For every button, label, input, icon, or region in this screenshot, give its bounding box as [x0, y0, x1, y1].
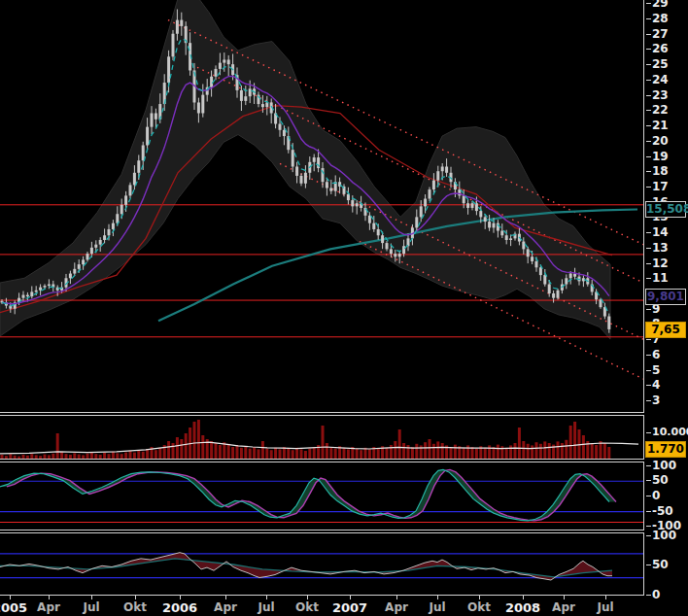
candle-body: [347, 194, 350, 200]
volume-bar: [505, 448, 508, 459]
candle-body: [351, 200, 354, 206]
volume-bar: [14, 456, 17, 459]
time-label-month: Apr: [37, 600, 60, 614]
price-tick: [646, 171, 651, 172]
volume-canvas: [0, 416, 643, 459]
candle-body: [329, 188, 332, 191]
price-tick: [646, 309, 651, 310]
price-label: 5: [652, 363, 660, 377]
volume-bar: [155, 450, 157, 459]
candle-body: [22, 295, 25, 298]
candle-body: [548, 285, 551, 293]
oscillator-label: 100: [652, 459, 676, 472]
price-label: 26: [652, 42, 669, 55]
candle-body: [215, 69, 218, 77]
volume-bar: [386, 448, 389, 459]
candle-body: [249, 88, 252, 96]
volume-bar: [52, 454, 54, 459]
price-tick: [646, 339, 651, 340]
candle-body: [172, 34, 175, 57]
volume-bar: [219, 445, 222, 459]
volume-bar: [295, 448, 298, 459]
volume-bar: [240, 448, 243, 459]
price-tick: [646, 232, 651, 233]
volume-bar: [249, 449, 252, 459]
price-tick: [646, 34, 651, 35]
time-tick: [266, 596, 267, 599]
price-tick: [646, 278, 651, 279]
volume-bar: [329, 447, 332, 459]
rsi-line: [0, 553, 612, 580]
candle-body: [44, 286, 47, 288]
price-label: 3: [652, 394, 660, 407]
candle-body: [569, 274, 572, 279]
volume-bar: [124, 453, 127, 459]
price-tick: [646, 64, 651, 65]
candle-body: [133, 173, 136, 186]
time-label-year: 2006: [162, 600, 197, 615]
rsi-panel[interactable]: [0, 532, 644, 596]
volume-bar: [322, 426, 325, 459]
volume-bar: [5, 456, 8, 459]
volume-bar: [356, 449, 359, 459]
candle-body: [607, 317, 610, 329]
time-label-month: Apr: [552, 600, 575, 614]
oscillator-panel[interactable]: [0, 462, 644, 530]
price-label: 21: [652, 119, 669, 132]
volume-bar: [30, 454, 33, 459]
volume-bar: [334, 449, 337, 459]
volume-bar: [69, 455, 72, 459]
volume-scale-tick: [646, 432, 651, 433]
candle-body: [197, 102, 200, 113]
oscillator-canvas: [0, 462, 643, 530]
volume-bar: [227, 444, 230, 459]
candle-body: [73, 269, 76, 274]
time-tick: [307, 596, 308, 599]
volume-current-tag: 1.770: [645, 441, 686, 458]
oscillator-label: 0: [652, 489, 660, 502]
price-label: 23: [652, 88, 669, 102]
volume-bar: [112, 452, 115, 459]
volume-bar: [607, 447, 610, 459]
time-axis[interactable]: 2005AprJulOkt2006AprJulOkt2007AprJulOkt2…: [0, 596, 644, 616]
price-label: 25: [652, 57, 669, 71]
volume-bar: [304, 451, 307, 459]
volume-bar: [535, 442, 538, 459]
oscillator-tick: [646, 526, 651, 527]
volume-bar: [90, 453, 93, 459]
volume-bar: [103, 453, 106, 459]
volume-bar: [78, 455, 81, 459]
volume-bar: [343, 448, 346, 459]
price-tick: [646, 125, 651, 126]
candle-body: [244, 96, 247, 101]
volume-bar: [475, 449, 478, 459]
volume-bar: [497, 445, 499, 459]
price-axis[interactable]: 2928272625242322212019181716151413121110…: [644, 0, 688, 616]
volume-bar: [436, 441, 439, 459]
candle-body: [484, 217, 487, 222]
volume-bar: [347, 449, 350, 459]
candle-body: [527, 249, 530, 257]
volume-bar: [488, 445, 491, 459]
candle-body: [30, 291, 33, 296]
time-label-month: Apr: [385, 600, 408, 614]
price-chart-panel[interactable]: [0, 0, 644, 413]
time-tick: [350, 596, 351, 599]
price-tick: [646, 141, 651, 142]
volume-bar: [432, 444, 435, 459]
candle-body: [86, 254, 89, 259]
volume-bar: [210, 441, 213, 459]
price-label: 19: [652, 150, 669, 163]
oscillator-tick: [646, 496, 651, 496]
candle-body: [377, 229, 380, 235]
candle-body: [129, 185, 132, 195]
rsi-tick: [646, 565, 651, 565]
price-tick: [646, 370, 651, 371]
volume-bar: [86, 454, 89, 459]
price-tick: [646, 263, 651, 264]
oscillator-tick: [646, 480, 651, 481]
volume-panel[interactable]: [0, 415, 644, 460]
rsi-label: 50: [652, 558, 669, 571]
candle-body: [402, 246, 405, 254]
time-label-month: Okt: [467, 600, 491, 614]
